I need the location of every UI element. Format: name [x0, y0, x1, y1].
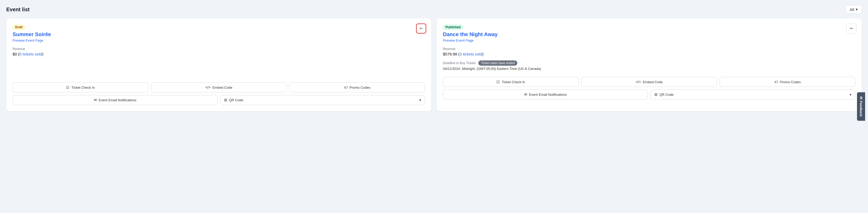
preview-event-link[interactable]: Preview Event Page — [443, 38, 856, 42]
revenue-value: $0 (0 tickets sold) — [12, 52, 425, 56]
edit-button[interactable]: ✏ — [416, 24, 426, 34]
embed-code-2-label: Embed Code — [643, 80, 663, 84]
tickets-sold-link[interactable]: 3 tickets sold — [459, 52, 482, 56]
filter-label: All — [850, 7, 854, 12]
ticket-checkin-2-icon: ☑ — [496, 80, 500, 84]
event-card-1: Draft✏Summer SoiréePreview Event PageRev… — [6, 18, 431, 111]
qr-left: ⊞QR Code — [224, 98, 243, 102]
ticket-checkin-2-button[interactable]: ☑Ticket Check In — [443, 77, 579, 87]
qr-left: ⊞QR Code — [654, 93, 674, 97]
embed-code-1-button[interactable]: </>Embed Code — [151, 82, 287, 93]
event-email-notifications-button[interactable]: ✉Event Email Notifications — [12, 95, 218, 105]
page-header: Event list All ▾ — [6, 5, 862, 13]
event-cards-container: Draft✏Summer SoiréePreview Event PageRev… — [6, 18, 862, 111]
event-email-notifications-button[interactable]: ✉Event Email Notifications — [443, 90, 648, 100]
pencil-icon: ✏ — [850, 26, 853, 31]
ticket-sales-ended-badge: Ticket sales have ended — [478, 61, 517, 66]
qr-code-button[interactable]: ⊞QR Code▾ — [650, 90, 856, 100]
action-buttons-row2: ✉Event Email Notifications⊞QR Code▾ — [443, 90, 856, 100]
qr-label: QR Code — [229, 98, 243, 102]
filter-dropdown[interactable]: All ▾ — [846, 5, 862, 13]
event-card-2: Published✏Dance the Night AwayPreview Ev… — [437, 18, 862, 111]
action-buttons-row1: ☑Ticket Check In</>Embed Code🏷Promo Code… — [443, 77, 856, 87]
embed-code-1-label: Embed Code — [213, 85, 232, 90]
embed-code-2-button[interactable]: </>Embed Code — [581, 77, 717, 87]
email-notifications-label: Event Email Notifications — [99, 98, 136, 102]
status-badge: Published — [443, 25, 463, 30]
tickets-sold-link[interactable]: 0 tickets sold — [20, 52, 42, 56]
promo-codes-1-icon: 🏷 — [344, 85, 348, 90]
revenue-label: Revenue — [12, 47, 425, 51]
deadline-label: Deadline to Buy Tickets — [443, 61, 476, 65]
promo-codes-2-button[interactable]: 🏷Promo Codes — [720, 77, 856, 87]
pencil-icon: ✏ — [420, 26, 423, 31]
qr-icon: ⊞ — [654, 93, 657, 97]
feedback-tab[interactable]: ✉ Feedback — [857, 93, 865, 121]
status-badge: Draft — [12, 25, 25, 30]
ticket-checkin-2-label: Ticket Check In — [502, 80, 525, 84]
ticket-checkin-1-icon: ☑ — [66, 85, 69, 90]
ticket-checkin-1-button[interactable]: ☑Ticket Check In — [12, 82, 148, 93]
email-icon: ✉ — [94, 98, 97, 102]
event-title: Summer Soirée — [12, 31, 425, 37]
ticket-checkin-1-label: Ticket Check In — [71, 85, 95, 90]
chevron-down-icon: ▾ — [419, 98, 421, 102]
embed-code-2-icon: </> — [636, 80, 641, 84]
revenue-value: $579.98 (3 tickets sold) — [443, 52, 856, 56]
qr-icon: ⊞ — [224, 98, 227, 102]
promo-codes-1-button[interactable]: 🏷Promo Codes — [289, 82, 425, 93]
promo-codes-1-label: Promo Codes — [350, 85, 370, 90]
event-title: Dance the Night Away — [443, 31, 856, 37]
deadline-date: 04/21/2024, Midnight, (GMT-05:00) Easter… — [443, 67, 856, 71]
preview-event-link[interactable]: Preview Event Page — [12, 38, 425, 42]
chevron-down-icon: ▾ — [856, 7, 858, 12]
email-notifications-label: Event Email Notifications — [529, 93, 567, 97]
action-buttons-row1: ☑Ticket Check In</>Embed Code🏷Promo Code… — [12, 82, 425, 93]
edit-button[interactable]: ✏ — [846, 24, 857, 34]
page-title: Event list — [6, 6, 30, 12]
deadline-row: Deadline to Buy TicketsTicket sales have… — [443, 61, 856, 66]
qr-code-button[interactable]: ⊞QR Code▾ — [220, 95, 425, 105]
email-icon: ✉ — [524, 93, 527, 97]
revenue-label: Revenue — [443, 47, 856, 51]
promo-codes-2-label: Promo Codes — [780, 80, 801, 84]
action-buttons-row2: ✉Event Email Notifications⊞QR Code▾ — [12, 95, 425, 105]
embed-code-1-icon: </> — [205, 85, 211, 90]
feedback-label: Feedback — [859, 101, 863, 117]
qr-label: QR Code — [659, 93, 674, 97]
feedback-icon: ✉ — [859, 97, 863, 100]
promo-codes-2-icon: 🏷 — [774, 80, 778, 84]
chevron-down-icon: ▾ — [850, 93, 851, 97]
